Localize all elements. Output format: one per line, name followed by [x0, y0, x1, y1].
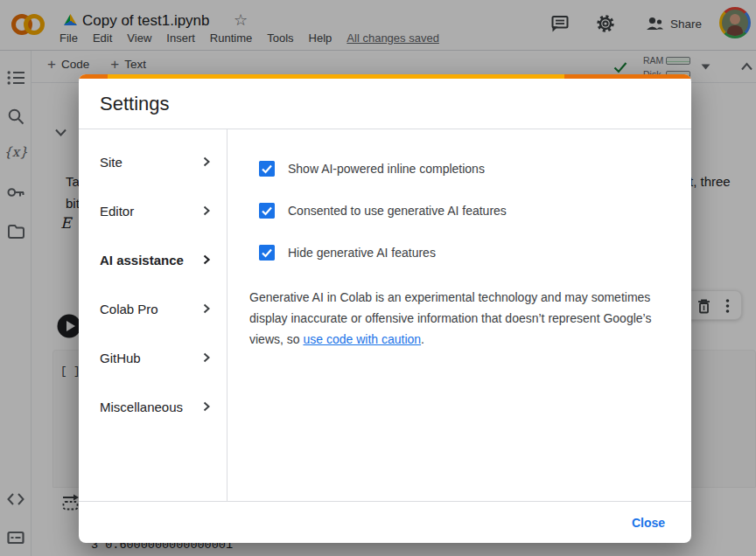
ai-assistance-panel: Show AI-powered inline completions Conse… — [228, 129, 691, 501]
ai-disclaimer-text: Generative AI in Colab is an experimenta… — [249, 287, 656, 350]
nav-item-miscellaneous[interactable]: Miscellaneous — [79, 382, 227, 431]
dialog-body: Site Editor AI assistance Colab Pro GitH… — [79, 129, 691, 501]
nav-item-label: Editor — [100, 204, 134, 219]
close-button[interactable]: Close — [623, 511, 674, 535]
setting-row: Hide generative AI features — [259, 245, 656, 261]
checkbox-checked-icon[interactable] — [259, 161, 275, 177]
checkbox-checked-icon[interactable] — [259, 203, 275, 219]
nav-item-site[interactable]: Site — [79, 137, 227, 186]
disclaimer-period: . — [421, 332, 424, 346]
nav-item-editor[interactable]: Editor — [79, 186, 227, 235]
nav-item-label: Site — [100, 155, 122, 170]
chevron-right-icon — [202, 205, 211, 216]
chevron-right-icon — [202, 303, 211, 314]
chevron-right-icon — [202, 401, 211, 412]
checkbox-label: Show AI-powered inline completions — [288, 162, 485, 176]
colab-window: Copy of test1.ipynb ☆ File Edit View Ins… — [0, 0, 756, 556]
nav-item-label: Colab Pro — [100, 302, 158, 316]
checkbox-checked-icon[interactable] — [259, 245, 275, 261]
nav-item-github[interactable]: GitHub — [79, 333, 227, 382]
chevron-right-icon — [202, 254, 211, 265]
settings-dialog: Settings Site Editor AI assistance Colab… — [79, 74, 691, 543]
nav-item-ai-assistance[interactable]: AI assistance — [79, 235, 227, 284]
nav-item-colab-pro[interactable]: Colab Pro — [79, 284, 227, 333]
checkbox-label: Hide generative AI features — [288, 246, 436, 260]
checkbox-label: Consented to use generative AI features — [288, 204, 507, 218]
setting-row: Consented to use generative AI features — [259, 203, 656, 219]
settings-nav: Site Editor AI assistance Colab Pro GitH… — [79, 129, 228, 501]
dialog-title: Settings — [79, 79, 691, 129]
setting-row: Show AI-powered inline completions — [259, 161, 656, 177]
chevron-right-icon — [202, 156, 211, 167]
dialog-footer: Close — [79, 501, 691, 543]
chevron-right-icon — [202, 352, 211, 363]
nav-item-label: Miscellaneous — [100, 400, 183, 414]
nav-item-label: AI assistance — [100, 253, 184, 268]
nav-item-label: GitHub — [100, 351, 141, 365]
use-code-with-caution-link[interactable]: use code with caution — [303, 332, 421, 346]
